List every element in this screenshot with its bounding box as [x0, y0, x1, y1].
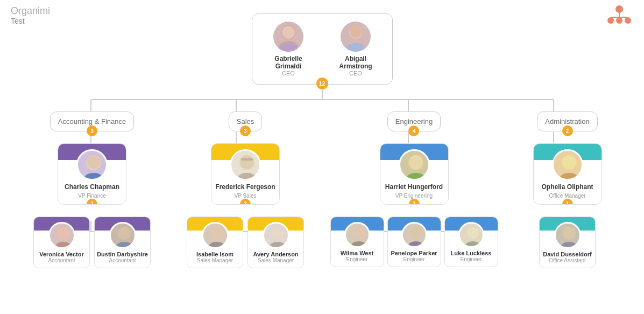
svg-point-51 — [271, 227, 284, 240]
report-admin-0[interactable]: David Dusseldorf Office Assistant — [539, 217, 596, 268]
report-accounting-0[interactable]: Veronica Vector Accountant — [33, 217, 90, 268]
vp-sales-card[interactable]: Frederick Fergeson VP Sales 2 — [211, 143, 280, 205]
vp-sales-badge: 2 — [240, 199, 251, 205]
svg-point-63 — [560, 173, 579, 180]
report-sales-1-avatar — [263, 222, 289, 249]
engineering-reports: Wilma West Engineer — [330, 217, 498, 267]
dept-admin-badge: 2 — [562, 125, 573, 136]
vp-sales-avatar — [230, 149, 261, 180]
report-engineering-2-avatar — [458, 222, 484, 248]
svg-point-56 — [353, 227, 365, 239]
svg-point-57 — [351, 241, 367, 248]
ceo2-name: Abigail Armstrong — [330, 55, 381, 70]
vp-engineering-card[interactable]: Harriet Hungerford VP Engineering 3 — [380, 143, 449, 205]
svg-point-59 — [408, 241, 424, 248]
dept-sales-label: Sales — [237, 117, 254, 125]
report-accounting-1-avatar — [109, 222, 136, 249]
svg-point-46 — [237, 173, 257, 180]
report-accounting-1-role: Accountant — [109, 257, 136, 263]
dept-engineering-box[interactable]: Engineering 4 — [387, 111, 441, 131]
vp-sales-role: VP Sales — [235, 193, 257, 199]
svg-point-55 — [409, 155, 423, 169]
report-sales-0-name: Isabelle Isom — [196, 251, 233, 257]
dept-sales-box[interactable]: Sales 3 — [229, 111, 263, 131]
report-admin-0-role: Office Assistant — [549, 257, 586, 263]
svg-point-61 — [465, 241, 481, 248]
svg-point-33 — [282, 26, 295, 39]
svg-rect-48 — [241, 158, 253, 161]
svg-point-0 — [615, 5, 623, 13]
vp-accounting-badge: 2 — [87, 199, 97, 205]
dept-administration: Administration 2 Ophel — [506, 111, 629, 268]
vp-admin-card[interactable]: Ophelia Oliphant Office Manager 1 — [533, 143, 602, 205]
dept-accounting-label: Accounting & Finance — [58, 117, 126, 125]
vp-engineering-role: VP Engineering — [395, 193, 433, 199]
svg-point-37 — [350, 26, 362, 38]
dept-accounting-box[interactable]: Accounting & Finance 3 — [50, 111, 134, 131]
svg-point-50 — [208, 242, 225, 249]
report-engineering-0-avatar — [344, 222, 370, 248]
vp-engineering-badge: 3 — [409, 199, 420, 205]
ceo1-card[interactable]: Gabrielle Grimaldi CEO — [263, 22, 314, 76]
report-engineering-1[interactable]: Penelope Parker Engineer — [387, 217, 441, 267]
root-badge: 12 — [316, 78, 328, 89]
report-sales-0-avatar — [202, 222, 229, 249]
root-box: Gabrielle Grimaldi CEO Abigail Armstrong… — [252, 13, 393, 85]
report-sales-0[interactable]: Isabelle Isom Sales Manager — [187, 217, 243, 268]
vp-accounting-role: VP Finance — [78, 193, 106, 199]
dept-admin-label: Administration — [545, 117, 589, 125]
dept-admin-box[interactable]: Administration 2 — [537, 111, 597, 131]
dept-sales: Sales 3 — [169, 111, 322, 268]
report-sales-0-role: Sales Manager — [197, 257, 233, 263]
svg-point-54 — [406, 173, 426, 180]
report-engineering-2-name: Luke Luckless — [451, 250, 492, 256]
vp-admin-badge: 1 — [562, 199, 573, 205]
svg-point-49 — [210, 227, 223, 240]
report-sales-1[interactable]: Avery Anderson Sales Manager — [247, 217, 304, 268]
svg-point-58 — [410, 227, 422, 239]
report-admin-0-avatar — [554, 222, 581, 249]
dept-accounting: Accounting & Finance 3 — [16, 111, 169, 268]
svg-point-60 — [467, 227, 479, 239]
svg-point-36 — [346, 43, 365, 52]
ceo1-name: Gabrielle Grimaldi — [263, 55, 314, 70]
ceo2-card[interactable]: Abigail Armstrong CEO — [330, 22, 381, 76]
dept-engineering: Engineering 4 Harriet — [322, 111, 506, 267]
report-engineering-1-avatar — [401, 222, 427, 248]
dept-sales-badge: 3 — [240, 125, 251, 136]
report-engineering-1-role: Engineer — [403, 256, 424, 262]
svg-point-39 — [84, 173, 103, 180]
report-admin-0-name: David Dusseldorf — [543, 251, 591, 257]
vp-engineering-name: Harriet Hungerford — [385, 183, 443, 192]
vp-accounting-name: Charles Chapman — [65, 183, 119, 192]
report-accounting-0-name: Veronica Vector — [39, 251, 84, 257]
vp-admin-name: Ophelia Oliphant — [541, 183, 593, 192]
vp-admin-role: Office Manager — [549, 193, 585, 199]
svg-point-41 — [57, 227, 70, 240]
report-sales-1-name: Avery Anderson — [253, 251, 298, 257]
vp-admin-avatar — [552, 149, 583, 180]
svg-point-52 — [269, 242, 286, 249]
sales-reports: Isabelle Isom Sales Manager — [187, 217, 304, 268]
org-chart: Gabrielle Grimaldi CEO Abigail Armstrong… — [10, 13, 634, 268]
vp-sales-name: Frederick Fergeson — [215, 183, 275, 192]
vp-accounting-avatar — [76, 149, 108, 180]
report-accounting-0-avatar — [48, 222, 75, 249]
report-engineering-2-role: Engineer — [460, 256, 482, 262]
dept-engineering-badge: 4 — [408, 125, 419, 136]
vp-engineering-avatar — [399, 149, 430, 180]
report-engineering-0-role: Engineer — [346, 256, 367, 262]
report-accounting-0-role: Accountant — [48, 257, 75, 263]
svg-point-65 — [563, 227, 576, 240]
admin-reports: David Dusseldorf Office Assistant — [539, 217, 596, 268]
ceo1-avatar — [273, 22, 303, 52]
dept-accounting-badge: 3 — [87, 125, 97, 136]
vp-accounting-card[interactable]: Charles Chapman VP Finance 2 — [58, 143, 126, 205]
dept-engineering-label: Engineering — [395, 117, 433, 125]
report-engineering-0[interactable]: Wilma West Engineer — [330, 217, 384, 267]
report-accounting-1[interactable]: Dustin Darbyshire Accountant — [94, 217, 151, 268]
svg-point-64 — [562, 155, 576, 169]
report-engineering-2[interactable]: Luke Luckless Engineer — [444, 217, 498, 267]
svg-point-42 — [55, 242, 72, 249]
accounting-reports: Veronica Vector Accountant — [33, 217, 151, 268]
